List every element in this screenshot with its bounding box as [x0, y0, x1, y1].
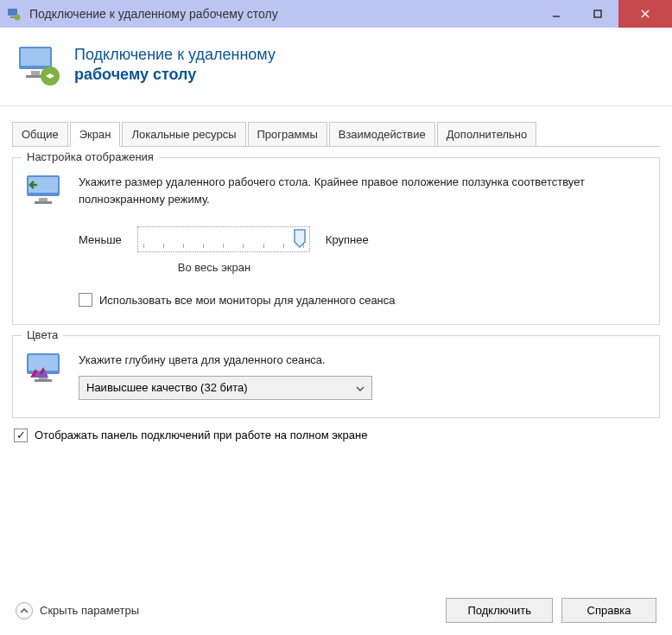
svg-rect-19: [35, 379, 52, 382]
help-button[interactable]: Справка: [561, 598, 656, 623]
colors-legend: Цвета: [22, 328, 63, 341]
svg-rect-8: [21, 48, 50, 66]
tab-local-resources[interactable]: Локальные ресурсы: [122, 122, 245, 146]
dialog-footer: Скрыть параметры Подключить Справка: [16, 598, 656, 623]
svg-rect-4: [594, 10, 601, 17]
slider-max-label: Крупнее: [326, 233, 369, 246]
color-depth-select[interactable]: Наивысшее качество (32 бита): [79, 376, 372, 400]
show-connection-bar-checkbox[interactable]: [14, 429, 28, 442]
hide-options-button[interactable]: Скрыть параметры: [16, 602, 139, 619]
use-all-monitors-checkbox[interactable]: [79, 293, 92, 307]
use-all-monitors-label: Использовать все мои мониторы для удален…: [99, 294, 396, 307]
close-button[interactable]: [618, 0, 672, 28]
tab-experience[interactable]: Взаимодействие: [329, 122, 435, 146]
resolution-slider[interactable]: [137, 226, 310, 252]
svg-rect-15: [35, 201, 52, 204]
maximize-button[interactable]: [577, 0, 618, 28]
color-depth-value: Наивысшее качество (32 бита): [86, 381, 248, 394]
display-config-description: Укажите размер удаленного рабочего стола…: [79, 174, 647, 207]
tab-panel-display: Настройка отображения Укажите размер уда…: [12, 147, 660, 449]
show-connection-bar-label: Отображать панель подключений при работе…: [35, 429, 367, 441]
slider-thumb-icon[interactable]: [294, 229, 306, 251]
tab-general[interactable]: Общие: [12, 122, 68, 146]
slider-min-label: Меньше: [79, 233, 122, 246]
monitor-size-icon: [25, 174, 65, 206]
colors-description: Укажите глубину цвета для удаленного сеа…: [79, 352, 647, 369]
svg-rect-9: [31, 71, 40, 75]
rdc-logo-icon: [16, 41, 62, 88]
svg-rect-0: [8, 9, 17, 16]
window-controls: [536, 0, 672, 28]
chevron-up-icon: [16, 602, 33, 619]
window-title: Подключение к удаленному рабочему столу: [29, 7, 536, 21]
connect-button[interactable]: Подключить: [446, 598, 553, 623]
svg-point-2: [15, 15, 21, 21]
minimize-button[interactable]: [536, 0, 577, 28]
slider-value-caption: Во весь экран: [128, 261, 301, 274]
tab-advanced[interactable]: Дополнительно: [437, 122, 537, 146]
display-config-group: Настройка отображения Укажите размер уда…: [12, 157, 660, 325]
dialog-title-line2: рабочему столу: [74, 65, 276, 85]
app-icon: [7, 7, 21, 21]
display-config-legend: Настройка отображения: [22, 150, 159, 163]
dialog-header: Подключение к удаленному рабочему столу: [0, 28, 672, 106]
colors-group: Цвета Укажите глубину цвета для удаленно…: [12, 335, 660, 418]
hide-options-label: Скрыть параметры: [40, 604, 139, 617]
svg-rect-1: [10, 16, 15, 18]
dialog-title-line1: Подключение к удаленному: [74, 45, 276, 65]
tabstrip: Общие Экран Локальные ресурсы Программы …: [12, 122, 660, 147]
titlebar: Подключение к удаленному рабочему столу: [0, 0, 672, 28]
dialog-title: Подключение к удаленному рабочему столу: [74, 45, 276, 86]
tab-programs[interactable]: Программы: [248, 122, 327, 146]
monitor-colors-icon: [25, 352, 65, 384]
tab-display[interactable]: Экран: [70, 122, 121, 147]
svg-rect-14: [39, 198, 48, 201]
chevron-down-icon: [356, 381, 365, 394]
